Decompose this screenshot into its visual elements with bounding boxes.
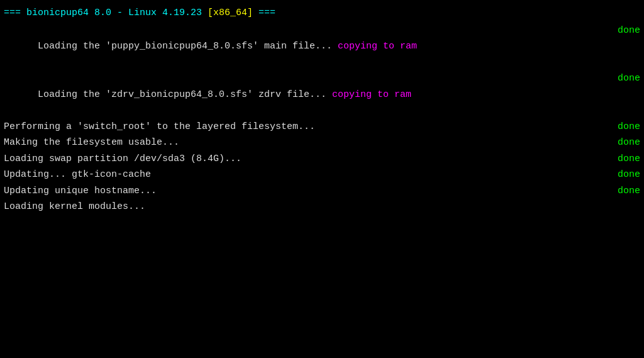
line2-content: Loading the 'zdrv_bionicpup64_8.0.sfs' z… xyxy=(4,70,618,119)
line7-done: done xyxy=(618,183,640,199)
title-arch: [x86_64] xyxy=(208,8,253,18)
line1-prefix: Loading the 'puppy_bionicpup64_8.0.sfs' … xyxy=(38,41,338,52)
boot-line-8: Loading kernel modules... xyxy=(4,199,640,215)
line4-done: done xyxy=(618,135,640,151)
title-suffix: === xyxy=(253,8,275,18)
line1-content: Loading the 'puppy_bionicpup64_8.0.sfs' … xyxy=(4,23,618,71)
boot-line-4: Making the filesystem usable... done xyxy=(4,135,640,151)
line1-done: done xyxy=(618,23,640,71)
line2-prefix: Loading the 'zdrv_bionicpup64_8.0.sfs' z… xyxy=(38,89,332,100)
line6-done: done xyxy=(618,167,640,183)
line6-content: Updating... gtk-icon-cache xyxy=(4,167,618,183)
line5-content: Loading swap partition /dev/sda3 (8.4G).… xyxy=(4,151,618,167)
terminal-window: === bionicpup64 8.0 - Linux 4.19.23 [x86… xyxy=(0,0,644,358)
line5-done: done xyxy=(618,151,640,167)
line8-content: Loading kernel modules... xyxy=(4,199,640,215)
boot-line-1: Loading the 'puppy_bionicpup64_8.0.sfs' … xyxy=(4,23,640,71)
title-prefix: === bionicpup64 8.0 - Linux 4.19.23 xyxy=(4,8,208,18)
line7-content: Updating unique hostname... xyxy=(4,183,618,199)
boot-line-2: Loading the 'zdrv_bionicpup64_8.0.sfs' z… xyxy=(4,70,640,119)
line2-highlight: copying to ram xyxy=(332,89,411,100)
boot-line-3: Performing a 'switch_root' to the layere… xyxy=(4,119,640,135)
line3-content: Performing a 'switch_root' to the layere… xyxy=(4,119,618,135)
terminal-title: === bionicpup64 8.0 - Linux 4.19.23 [x86… xyxy=(4,5,640,21)
line4-content: Making the filesystem usable... xyxy=(4,135,618,151)
boot-line-7: Updating unique hostname... done xyxy=(4,183,640,199)
boot-line-6: Updating... gtk-icon-cache done xyxy=(4,167,640,183)
line2-done: done xyxy=(618,70,640,119)
line1-highlight: copying to ram xyxy=(338,41,417,52)
line3-done: done xyxy=(618,119,640,135)
boot-line-5: Loading swap partition /dev/sda3 (8.4G).… xyxy=(4,151,640,167)
